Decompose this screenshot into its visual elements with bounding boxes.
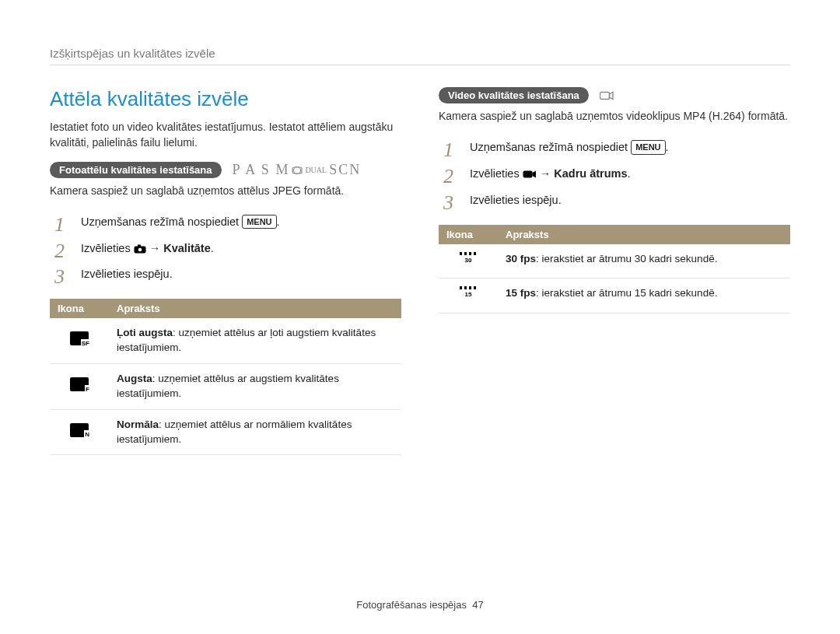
step-text: . (211, 242, 214, 254)
svg-rect-5 (600, 92, 609, 99)
mode-letters: P A S M (233, 162, 290, 178)
photo-step-3: Izvēlieties iespēju. (50, 261, 401, 288)
footer-page-number: 47 (472, 599, 483, 611)
video-subheading-row: Video kvalitātes iestatīšana (439, 87, 790, 103)
right-column: Video kvalitātes iestatīšana Kamera sasp… (439, 87, 790, 455)
video-steps: Uzņemšanas režīmā nospiediet MENU. Izvēl… (439, 135, 790, 213)
svg-rect-6 (523, 171, 532, 178)
row-desc: : ierakstiet ar ātrumu 30 kadri sekundē. (536, 253, 717, 264)
row-desc: : ierakstiet ar ātrumu 15 kadri sekundē. (536, 287, 717, 299)
arrow: → (146, 242, 164, 254)
step-text: . (666, 141, 669, 153)
step-bold: Kvalitāte (163, 242, 210, 254)
section-title: Attēla kvalitātes izvēle (50, 87, 401, 111)
th-icon: Ikona (439, 225, 498, 244)
video-step-1: Uzņemšanas režīmā nospiediet MENU. (439, 135, 790, 161)
page-footer: Fotografēšanas iespējas 47 (0, 599, 840, 611)
left-column: Attēla kvalitātes izvēle Iestatiet foto … (50, 87, 401, 455)
video-mode-icon (600, 91, 614, 100)
fps-30-icon (460, 252, 477, 266)
photo-desc: Kamera saspiež un saglabā uzņemtos attēl… (50, 183, 401, 198)
table-row: Ļoti augsta: uzņemiet attēlus ar ļoti au… (50, 318, 401, 363)
table-row: Augsta: uzņemiet attēlus ar augstiem kva… (50, 363, 401, 409)
row-name: Normāla (117, 419, 159, 430)
camera-icon (134, 244, 146, 254)
video-desc: Kamera saspiež un saglabā uzņemtos video… (439, 108, 790, 124)
photo-step-1: Uzņemšanas režīmā nospiediet MENU. (50, 209, 401, 236)
intro-text: Iestatiet foto un video kvalitātes iesta… (50, 119, 401, 151)
video-step-2: Izvēlieties → Kadru ātrums. (439, 161, 790, 187)
mode-indicators: P A S M DUAL SCN (233, 162, 362, 178)
step-text: Izvēlieties (470, 167, 523, 180)
step-bold: Kadru ātrums (554, 167, 627, 180)
row-name: Augsta (117, 373, 152, 384)
arrow: → (537, 167, 555, 180)
svg-rect-4 (138, 244, 141, 247)
row-name: 30 fps (506, 253, 536, 264)
step-text: Uzņemšanas režīmā nospiediet (81, 215, 242, 228)
th-desc: Apraksts (498, 225, 790, 244)
quality-superfine-icon (70, 331, 89, 345)
quality-fine-icon (70, 377, 89, 391)
mode-scn: SCN (329, 162, 361, 178)
mode-dual: DUAL (305, 166, 327, 174)
step-text: Izvēlieties (81, 242, 134, 254)
menu-button-label: MENU (631, 140, 665, 155)
row-name: 15 fps (506, 287, 536, 299)
breadcrumb: Izšķirtspējas un kvalitātes izvēle (50, 47, 790, 65)
svg-point-0 (294, 166, 301, 173)
step-text: Uzņemšanas režīmā nospiediet (470, 141, 631, 153)
step-text: . (628, 167, 631, 180)
step-text: . (277, 215, 280, 228)
photo-quality-table: Ikona Apraksts Ļoti augsta: uzņemiet att… (50, 299, 401, 455)
video-fps-table: Ikona Apraksts 30 fps: ierakstiet ar ātr… (439, 225, 790, 314)
table-row: 30 fps: ierakstiet ar ātrumu 30 kadri se… (439, 244, 790, 278)
video-quality-pill: Video kvalitātes iestatīšana (439, 87, 589, 103)
table-row: 15 fps: ierakstiet ar ātrumu 15 kadri se… (439, 278, 790, 313)
photo-steps: Uzņemšanas režīmā nospiediet MENU. Izvēl… (50, 209, 401, 288)
fps-15-icon (460, 286, 477, 300)
footer-section: Fotografēšanas iespējas (356, 599, 467, 611)
photo-step-2: Izvēlieties → Kvalitāte. (50, 236, 401, 262)
quality-normal-icon (70, 423, 89, 437)
video-step-3: Izvēlieties iespēju. (439, 187, 790, 214)
menu-button-label: MENU (242, 215, 276, 229)
th-icon: Ikona (50, 299, 109, 318)
photo-subheading-row: Fotoattēlu kvalitātes iestatīšana P A S … (50, 162, 401, 178)
th-desc: Apraksts (109, 299, 401, 318)
photo-quality-pill: Fotoattēlu kvalitātes iestatīšana (50, 162, 222, 178)
video-icon (523, 170, 537, 179)
table-row: Normāla: uzņemiet attēlus ar normāliem k… (50, 409, 401, 455)
row-name: Ļoti augsta (117, 327, 173, 338)
svg-point-3 (138, 247, 142, 251)
camera-mode-icon (292, 162, 303, 178)
